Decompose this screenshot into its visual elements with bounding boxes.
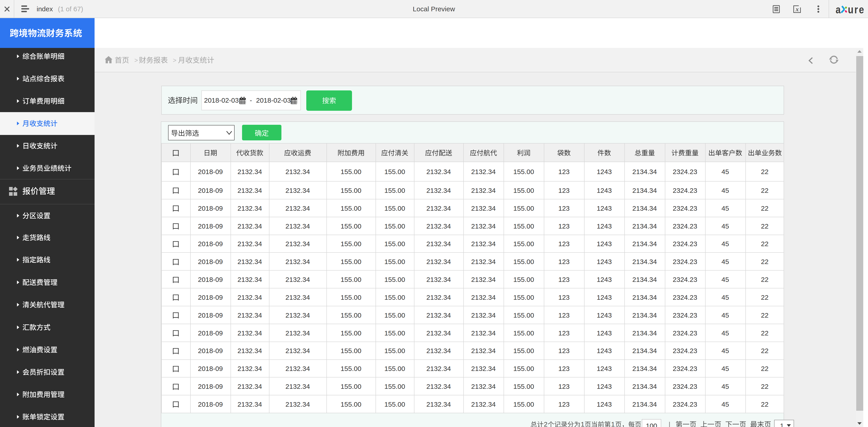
svg-text:x: x bbox=[795, 6, 799, 13]
